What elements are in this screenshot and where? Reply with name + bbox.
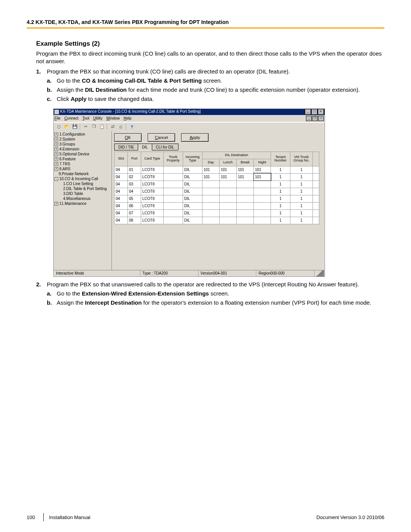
ok-button[interactable]: OK [114,133,142,142]
tree-item[interactable]: 3.DID Table [54,191,112,196]
menu-tool[interactable]: Tool [82,116,89,120]
step-marker-2: 2. [36,281,47,308]
s1b-bold: DIL Destination [85,86,127,93]
footer-manual: Installation Manual [49,514,316,520]
tree-item[interactable]: +7.TRS [54,161,112,166]
new-icon[interactable]: ◻ [55,123,62,130]
mdi-restore[interactable]: ❐ [312,116,318,121]
menu-connect[interactable]: Connect [64,116,78,120]
s2b-pre: Assign the [57,299,85,306]
tree-item[interactable]: 1.CO Line Setting [54,181,112,186]
tree-item[interactable]: 2.DIL Table & Port Setting [54,186,112,191]
sub-marker-c: c. [47,95,57,103]
tab-did-tie[interactable]: DID / TIE [114,144,138,150]
table-row[interactable]: 0405LCOT8DIL 11 [115,195,319,202]
apply-button[interactable]: Apply [181,133,209,142]
s1a-pre: Go to the [57,77,82,84]
table-row[interactable]: 0401LCOT8DIL 101101101 101 11 [115,166,319,173]
connect-icon[interactable]: ⇄ [109,123,116,130]
tab-dil[interactable]: DIL [138,144,152,150]
help-icon[interactable]: ? [128,123,135,130]
menu-utility[interactable]: Utility [93,116,102,120]
s2a-pre: Go to the [57,290,82,297]
print-icon[interactable]: ⎙ [117,123,124,130]
tree-item[interactable]: +5.Optional Device [54,152,112,157]
mdi-minimize[interactable]: _ [306,116,312,121]
section-title: Example Settings (2) [36,40,384,48]
s1c-post: to save the changed data. [86,96,154,102]
tree-item[interactable]: +1.Configuration [54,132,112,137]
menu-help[interactable]: Help [124,116,132,120]
s1c-bold: Apply [71,96,87,102]
table-row[interactable]: 0407LCOT8DIL 11 [115,209,319,217]
step2-text: Program the PBX so that unanswered calls… [47,281,359,288]
page-number: 100 [27,514,38,520]
statusbar: Interactive Mode Type : TDA200 Version00… [54,270,325,276]
tree-item[interactable]: +11.Maintenance [54,201,112,206]
app-screenshot: KX-TDA Maintenance Console - [10.CO & In… [53,109,325,277]
maximize-button[interactable]: □ [311,109,317,115]
tree-item[interactable]: -10.CO & Incoming Call [54,176,112,181]
mdi-close[interactable]: × [318,116,324,121]
tree-item[interactable]: +3.Groups [54,142,112,147]
tree-item[interactable]: +4.Extension [54,147,112,152]
tab-cli-for-dil[interactable]: CLI for DIL [152,144,178,150]
s2a-bold: Extension-Wired Extension-Extension Sett… [82,290,209,297]
titlebar-text: KX-TDA Maintenance Console - [10.CO & In… [60,109,201,113]
sub-marker-b: b. [47,86,57,94]
s1a-post: screen. [202,77,222,84]
step1-text: Program the PBX so that incoming trunk (… [47,68,290,75]
s2b-bold: Intercept Destination [85,299,142,306]
status-type: Type : TDA200 [140,270,198,276]
table-row[interactable]: 0404LCOT8DIL 11 [115,188,319,195]
s1a-bold: CO & Incoming Call-DIL Table & Port Sett… [82,77,202,84]
status-region: Region000-000 [256,270,314,276]
table-row[interactable]: 0408LCOT8DIL 11 [115,217,319,224]
menu-window[interactable]: Window [106,116,120,120]
sub2-a: a. [47,290,57,297]
sub2-b: b. [47,299,57,307]
header-rule [27,27,384,29]
page-header: 4.2 KX-TDE, KX-TDA, and KX-TAW Series PB… [27,19,384,25]
open-icon[interactable]: 📂 [63,123,70,130]
cancel-button[interactable]: Cancel [148,133,175,142]
footer-docver: Document Version 3.0 2010/06 [316,514,384,520]
toolbar: ◻ 📂 💾 ✂ ❐ 📋 ⇄ ⎙ ? [54,122,325,131]
close-button[interactable]: × [318,109,324,115]
s1b-post: for each time mode and trunk (CO line) t… [127,86,360,93]
s1c-pre: Click [57,96,71,102]
app-icon [54,110,59,114]
save-icon[interactable]: 💾 [71,123,78,130]
status-mode: Interactive Mode [54,270,140,276]
menubar: FFileile Connect Tool Utility Window Hel… [54,115,325,122]
sub-marker-a: a. [47,77,57,85]
tree-item[interactable]: +2.System [54,137,112,142]
paste-icon[interactable]: 📋 [98,123,105,130]
minimize-button[interactable]: _ [305,109,311,115]
dil-table[interactable]: Slot Port Card Type Trunk Property Incom… [114,152,319,224]
tree-pane[interactable]: +1.Configuration+2.System+3.Groups+4.Ext… [54,131,112,270]
tree-item[interactable]: 9.Private Network [54,171,112,176]
copy-icon[interactable]: ❐ [90,123,97,130]
table-row[interactable]: 0403LCOT8DIL 11 [115,181,319,188]
cut-icon[interactable]: ✂ [82,123,89,130]
step-marker-1: 1. [36,68,47,105]
status-version: Version004-001 [198,270,256,276]
titlebar[interactable]: KX-TDA Maintenance Console - [10.CO & In… [54,109,325,115]
table-row[interactable]: 0406LCOT8DIL 11 [115,202,319,209]
tree-item[interactable]: 4.Miscellaneous [54,196,112,201]
s2a-post: screen. [209,290,229,297]
table-row[interactable]: 0402LCOT8DIL 101101101 101 11 [115,173,319,181]
resize-grip[interactable] [314,270,325,276]
tree-item[interactable]: +8.ARS [54,166,112,171]
tree-item[interactable]: +6.Feature [54,157,112,161]
intro-text: Program the PBX to direct incoming trunk… [36,50,384,66]
s1b-pre: Assign the [57,86,85,93]
s2b-post: for the operator's extension to a floati… [142,299,371,306]
menu-file[interactable]: FFileile [54,116,61,120]
